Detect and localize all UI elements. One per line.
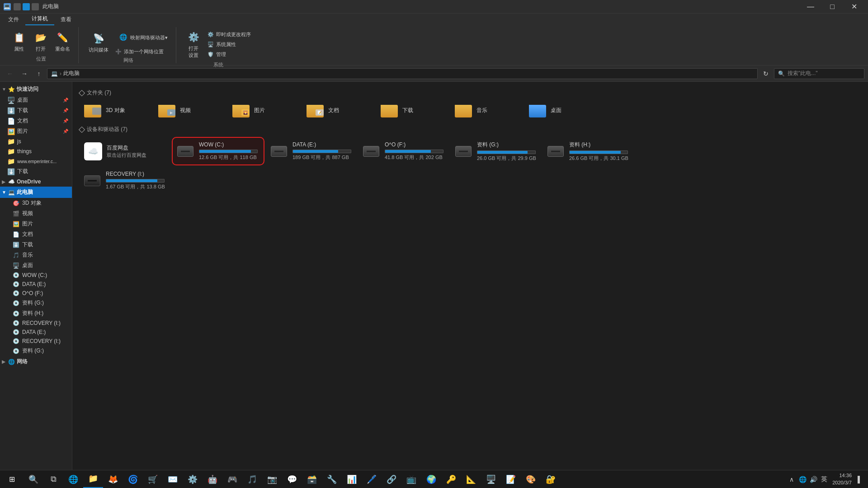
sidebar-wow-c[interactable]: 💿 WOW (C:) <box>0 271 72 280</box>
sidebar-pics[interactable]: 🖼️ 图片 <box>0 219 72 229</box>
sidebar-item-desktop[interactable]: 🖥️ 桌面 📌 <box>0 95 72 105</box>
tab-file[interactable]: 文件 <box>2 14 25 25</box>
sidebar-item-things[interactable]: 📁 things <box>0 146 72 156</box>
taskbar-music2[interactable]: 🎵 <box>242 470 262 488</box>
ovo-f-details: O^O (F:) 41.8 GB 可用，共 202 GB <box>385 141 444 161</box>
folder-downloads[interactable]: 下载 <box>376 100 448 120</box>
sidebar-music[interactable]: 🎵 音乐 <box>0 250 72 260</box>
sidebar-recovery2[interactable]: 💿 RECOVERY (I:) <box>0 337 72 346</box>
taskbar-firefox[interactable]: 🦊 <box>103 470 123 488</box>
open-button[interactable]: 📂 打开 <box>31 28 51 54</box>
sidebar-data-e2[interactable]: 💿 DATA (E:) <box>0 328 72 337</box>
tray-lang[interactable]: 英 <box>820 475 829 484</box>
taskbar-edge[interactable]: 🌐 <box>63 470 83 488</box>
sidebar-desktop2[interactable]: 🖥️ 桌面 <box>0 260 72 271</box>
baidu-cloud-item[interactable]: ☁️ 百度网盘 双击运行百度网盘 <box>80 137 170 165</box>
tray-volume[interactable]: 🔊 <box>809 475 818 484</box>
access-media-button[interactable]: 📡 访问媒体 <box>86 29 111 55</box>
taskbar-app11[interactable]: 📐 <box>461 470 481 488</box>
search-box[interactable]: 🔍 搜索"此电..." <box>774 68 864 79</box>
drive-h[interactable]: 资料 (H:) 26.6 GB 可用，共 30.1 GB <box>543 137 633 165</box>
settings-button[interactable]: ⚙️ 打开设置 <box>184 28 203 61</box>
address-path[interactable]: 💻 › 此电脑 <box>47 68 758 79</box>
close-button[interactable]: ✕ <box>844 0 864 14</box>
show-desktop[interactable]: ▌ <box>855 475 864 484</box>
sidebar-3dobjects[interactable]: 🎯 3D 对象 <box>0 198 72 208</box>
sidebar-h[interactable]: 💿 资料 (H:) <box>0 308 72 319</box>
sidebar-g[interactable]: 💿 资料 (G:) <box>0 298 72 308</box>
taskbar-game[interactable]: 🎮 <box>222 470 242 488</box>
taskbar-search[interactable]: 🔍 <box>24 470 43 488</box>
tray-expand[interactable]: ∧ <box>787 475 796 484</box>
taskbar-mail[interactable]: ✉️ <box>163 470 183 488</box>
sidebar-item-dl2[interactable]: ⬇️ 下载 <box>0 166 72 177</box>
folder-documents[interactable]: 📝 文档 <box>302 100 374 120</box>
sys-props-button[interactable]: 🖥️ 系统属性 <box>205 40 253 49</box>
taskbar-taskview[interactable]: ⧉ <box>43 470 63 488</box>
sidebar-network[interactable]: ▶ 🌐 网络 <box>0 356 72 367</box>
back-button[interactable]: ← <box>4 67 16 80</box>
sidebar-item-www[interactable]: 📁 www.emperinter.c... <box>0 156 72 166</box>
taskbar-app3[interactable]: 🗃️ <box>302 470 322 488</box>
taskbar-app13[interactable]: 📝 <box>501 470 521 488</box>
taskbar-app10[interactable]: 🔑 <box>441 470 461 488</box>
rename-button[interactable]: ✏️ 重命名 <box>52 28 73 54</box>
sidebar-recovery[interactable]: 💿 RECOVERY (I:) <box>0 319 72 328</box>
sidebar-item-js[interactable]: 📁 js <box>0 136 72 146</box>
folder-pictures[interactable]: 🌄 图片 <box>228 100 300 120</box>
maximize-button[interactable]: □ <box>822 0 843 14</box>
tab-view[interactable]: 查看 <box>54 14 78 25</box>
taskbar-app15[interactable]: 🔐 <box>541 470 561 488</box>
minimize-button[interactable]: — <box>800 0 821 14</box>
sidebar-onedrive[interactable]: ▶ ☁️ OneDrive <box>0 177 72 187</box>
drive-wow-c[interactable]: WOW (C:) 12.6 GB 可用，共 118 GB <box>172 137 264 165</box>
music-icon: 🎵 <box>13 252 19 258</box>
map-drive-button[interactable]: 🌐 映射网络驱动器▾ <box>113 28 170 46</box>
sidebar-videos[interactable]: 🎬 视频 <box>0 208 72 219</box>
drive-ovo-f[interactable]: O^O (F:) 41.8 GB 可用，共 202 GB <box>359 137 449 165</box>
sidebar-item-pictures[interactable]: 🖼️ 图片 📌 <box>0 126 72 136</box>
taskbar-app2[interactable]: 💬 <box>282 470 302 488</box>
tray-network[interactable]: 🌐 <box>798 475 807 484</box>
taskbar-explorer[interactable]: 📁 <box>83 470 103 488</box>
up-button[interactable]: ↑ <box>33 67 45 80</box>
add-network-button[interactable]: ➕ 添加一个网络位置 <box>113 47 170 56</box>
taskbar-app6[interactable]: 🖊️ <box>362 470 382 488</box>
sidebar-g2[interactable]: 💿 资料 (G:) <box>0 346 72 356</box>
taskbar-android[interactable]: 🤖 <box>203 470 222 488</box>
sidebar-quick-access[interactable]: ▼ ⭐ 快速访问 <box>0 84 72 95</box>
refresh-button[interactable]: ↻ <box>760 67 772 80</box>
sidebar-ovo-f[interactable]: 💿 O^O (F:) <box>0 289 72 298</box>
drive-recovery[interactable]: RECOVERY (I:) 1.67 GB 可用，共 13.8 GB <box>80 167 170 194</box>
sidebar-dl[interactable]: ⬇️ 下载 <box>0 239 72 250</box>
folder-3dobjects[interactable]: 3D 对象 <box>80 100 152 120</box>
uninstall-button[interactable]: ⚙️ 即时成更改程序 <box>205 30 253 39</box>
taskbar-app12[interactable]: 🖥️ <box>481 470 501 488</box>
forward-button[interactable]: → <box>18 67 31 80</box>
taskbar-app4[interactable]: 🔧 <box>322 470 342 488</box>
manage-button[interactable]: 🛡️ 管理 <box>205 50 253 59</box>
taskbar-settings2[interactable]: ⚙️ <box>183 470 203 488</box>
start-button[interactable]: ⊞ <box>0 470 24 488</box>
taskbar-app5[interactable]: 📊 <box>342 470 362 488</box>
taskbar-store[interactable]: 🛒 <box>143 470 163 488</box>
taskbar-clock[interactable]: 14:36 2020/3/7 <box>832 472 852 486</box>
sidebar-documents[interactable]: 📄 文档 <box>0 229 72 239</box>
tab-computer[interactable]: 计算机 <box>25 13 54 25</box>
sidebar-this-pc[interactable]: ▼ 💻 此电脑 <box>0 187 72 198</box>
folder-music[interactable]: 音乐 <box>450 100 523 120</box>
taskbar-app8[interactable]: 📺 <box>401 470 421 488</box>
sidebar-data-e[interactable]: 💿 DATA (E:) <box>0 280 72 289</box>
properties-button[interactable]: 📋 属性 <box>9 28 29 54</box>
sidebar-item-downloads[interactable]: ⬇️ 下载 📌 <box>0 105 72 116</box>
taskbar-app7[interactable]: 🔗 <box>382 470 401 488</box>
taskbar-app9[interactable]: 🌍 <box>421 470 441 488</box>
drive-g[interactable]: 资料 (G:) 26.0 GB 可用，共 29.9 GB <box>451 137 541 165</box>
folder-desktop[interactable]: 桌面 <box>524 100 597 120</box>
taskbar-chrome[interactable]: 🌀 <box>123 470 143 488</box>
taskbar-app14[interactable]: 🎨 <box>521 470 541 488</box>
folder-videos[interactable]: ▶ 视频 <box>154 100 226 120</box>
taskbar-app1[interactable]: 📷 <box>262 470 282 488</box>
sidebar-item-docs[interactable]: 📄 文档 📌 <box>0 116 72 126</box>
drive-data-e[interactable]: DATA (E:) 189 GB 可用，共 887 GB <box>266 137 357 165</box>
